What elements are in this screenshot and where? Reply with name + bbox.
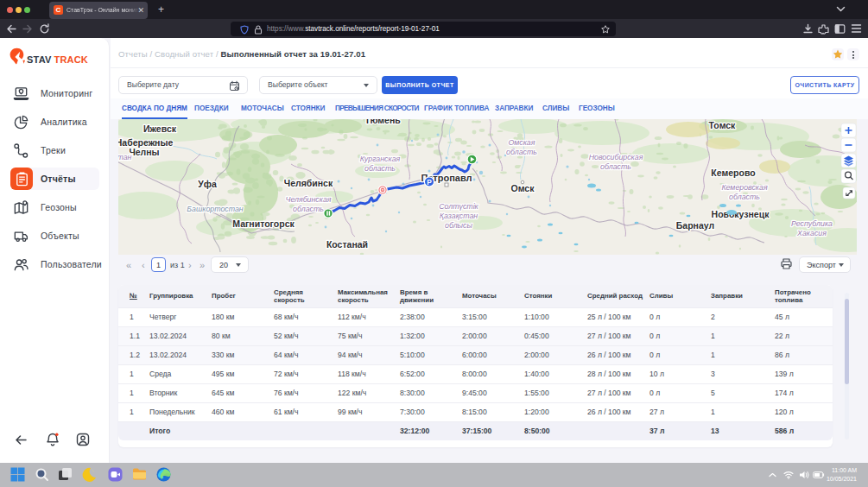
svg-text:Кемерово: Кемерово	[711, 168, 755, 178]
svg-text:Новокузнецк: Новокузнецк	[712, 209, 770, 219]
svg-text:Омская: Омская	[509, 138, 535, 147]
svg-text:Қазақстан: Қазақстан	[440, 212, 478, 220]
svg-text:Курганская: Курганская	[360, 155, 401, 163]
svg-text:Тюмень: Тюмень	[364, 119, 401, 125]
svg-text:стан: стан	[118, 153, 132, 161]
svg-text:область: область	[729, 193, 760, 201]
svg-text:Магнитогорск: Магнитогорск	[232, 218, 295, 229]
svg-text:Кемеровская: Кемеровская	[721, 183, 768, 192]
svg-text:Уфа: Уфа	[198, 179, 217, 189]
svg-text:Республика: Республика	[791, 219, 833, 228]
svg-text:Томск: Томск	[709, 120, 736, 130]
svg-text:P: P	[427, 178, 432, 187]
svg-text:Башкортостан: Башкортостан	[187, 205, 243, 213]
svg-text:Костанай: Костанай	[326, 239, 368, 250]
svg-text:Барнаул: Барнаул	[676, 220, 714, 231]
svg-text:Новосибирская: Новосибирская	[589, 153, 643, 161]
svg-text:область: область	[506, 148, 537, 156]
svg-text:Ижевск: Ижевск	[143, 123, 177, 134]
svg-text:Челябинск: Челябинск	[284, 178, 333, 188]
svg-text:область: область	[364, 164, 396, 173]
svg-text:Солтүстік: Солтүстік	[439, 202, 478, 211]
svg-text:область: область	[600, 162, 631, 171]
svg-text:Хакасия: Хакасия	[796, 229, 827, 237]
svg-text:Челны: Челны	[129, 147, 159, 157]
svg-text:TRACK: TRACK	[54, 54, 89, 65]
svg-text:STAV: STAV	[27, 54, 52, 65]
svg-text:Челябинская: Челябинская	[285, 195, 331, 204]
svg-text:облысы: облысы	[445, 221, 472, 230]
svg-text:Омск: Омск	[511, 183, 535, 193]
svg-text:область: область	[293, 205, 324, 213]
